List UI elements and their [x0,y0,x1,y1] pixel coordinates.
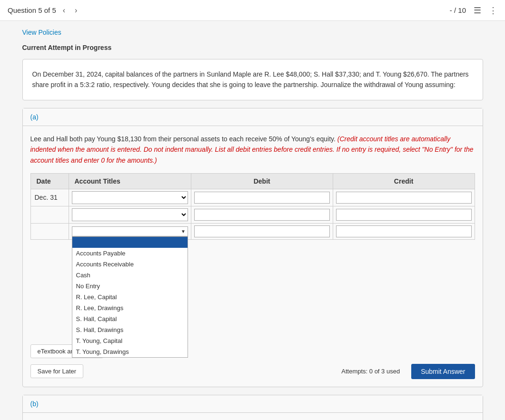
dropdown-option-r-lee-capital[interactable]: R. Lee, Capital [72,292,188,303]
row2-account-select[interactable]: Accounts Payable Accounts Receivable Cas… [72,208,188,221]
part-b-header: (b) [23,395,483,413]
row2-date [30,206,69,223]
score-display: - / 10 [450,6,466,14]
row2-credit-cell [333,206,475,223]
row3-account-cell: ▼ Accounts Payable Accounts Receivable C… [69,223,191,239]
dropdown-arrow-icon: ▼ [181,229,186,234]
attempts-label: Attempts: 0 of 3 used [341,368,400,375]
col-account-titles: Account Titles [69,173,191,189]
part-a-box: (a) Lee and Hall both pay Young $18,130 … [22,108,483,387]
row1-debit-cell [191,189,333,206]
row1-account-cell: Accounts Payable Accounts Receivable Cas… [69,189,191,206]
part-a-instruction: Lee and Hall both pay Young $18,130 from… [30,134,475,166]
top-bar-right: - / 10 ☰ ⋮ [450,5,497,16]
dropdown-option-blank[interactable] [72,237,188,248]
row1-date: Dec. 31 [30,189,69,206]
dropdown-option-accounts-payable[interactable]: Accounts Payable [72,248,188,259]
dropdown-option-t-young-capital[interactable]: T. Young, Capital [72,335,188,346]
table-row: Dec. 31 Accounts Payable Accounts Receiv… [30,189,475,206]
row2-account-cell: Accounts Payable Accounts Receivable Cas… [69,206,191,223]
top-bar: Question 5 of 5 ‹ › - / 10 ☰ ⋮ [0,0,505,21]
col-credit: Credit [333,173,475,189]
top-bar-left: Question 5 of 5 ‹ › [8,5,80,16]
part-b-box: (b) The parts of this question must be c… [22,395,483,420]
row1-credit-cell [333,189,475,206]
row3-dropdown-container: ▼ Accounts Payable Accounts Receivable C… [72,226,188,236]
account-dropdown-list: Accounts Payable Accounts Receivable Cas… [72,236,188,358]
question-box: On December 31, 2024, capital balances o… [22,59,483,100]
row3-account-select-trigger[interactable]: ▼ [72,226,188,236]
dropdown-option-r-lee-drawings[interactable]: R. Lee, Drawings [72,303,188,313]
part-a-body: Lee and Hall both pay Young $18,130 from… [23,126,483,387]
dropdown-option-s-hall-drawings[interactable]: S. Hall, Drawings [72,324,188,335]
row3-credit-cell [333,223,475,239]
save-for-later-button[interactable]: Save for Later [30,364,84,378]
part-a-label: (a) [30,113,39,121]
part-a-header: (a) [23,108,483,126]
row3-debit-input[interactable] [194,225,330,237]
col-debit: Debit [191,173,333,189]
row3-date [30,223,69,239]
table-row: Accounts Payable Accounts Receivable Cas… [30,206,475,223]
question-text: On December 31, 2024, capital balances o… [32,70,469,88]
part-b-body: The parts of this question must be compl… [23,413,483,420]
row1-credit-input[interactable] [336,192,472,204]
list-icon-button[interactable]: ☰ [474,5,481,16]
view-policies-link[interactable]: View Policies [22,29,61,36]
dropdown-option-cash[interactable]: Cash [72,270,188,281]
row2-debit-input[interactable] [194,209,330,221]
col-date: Date [30,173,69,189]
row2-credit-input[interactable] [336,209,472,221]
action-row: Save for Later Attempts: 0 of 3 used Sub… [30,364,475,379]
main-content: View Policies Current Attempt in Progres… [15,21,491,420]
row3-debit-cell [191,223,333,239]
submit-area: Attempts: 0 of 3 used Submit Answer [341,364,475,379]
instruction-plain: Lee and Hall both pay Young $18,130 from… [30,135,336,143]
submit-answer-button[interactable]: Submit Answer [411,364,475,379]
dropdown-option-no-entry[interactable]: No Entry [72,281,188,292]
more-options-button[interactable]: ⋮ [489,5,497,16]
journal-table: Date Account Titles Debit Credit Dec. 31 [30,173,475,240]
prev-button[interactable]: ‹ [60,5,68,16]
row2-debit-cell [191,206,333,223]
table-row: ▼ Accounts Payable Accounts Receivable C… [30,223,475,239]
row1-debit-input[interactable] [194,192,330,204]
question-title: Question 5 of 5 [8,6,56,14]
dropdown-option-t-young-drawings[interactable]: T. Young, Drawings [72,346,188,357]
row3-credit-input[interactable] [336,225,472,237]
table-header-row: Date Account Titles Debit Credit [30,173,475,189]
current-attempt-label: Current Attempt in Progress [22,44,483,51]
dropdown-option-accounts-receivable[interactable]: Accounts Receivable [72,259,188,270]
part-b-label: (b) [30,400,39,408]
dropdown-option-s-hall-capital[interactable]: S. Hall, Capital [72,313,188,324]
row1-account-select[interactable]: Accounts Payable Accounts Receivable Cas… [72,191,188,204]
next-button[interactable]: › [72,5,80,16]
